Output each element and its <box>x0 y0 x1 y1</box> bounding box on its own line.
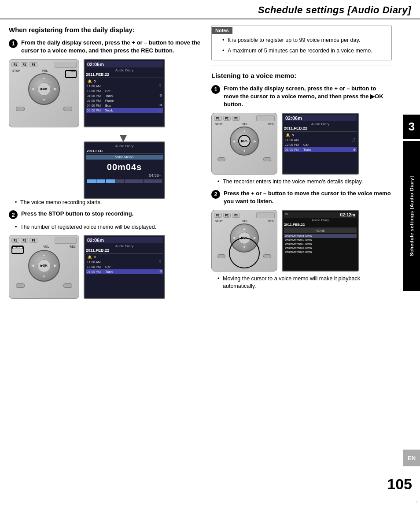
note2: A maximum of 5 minutes can be recorded i… <box>222 47 387 55</box>
ok-btn-1[interactable]: ▶OK <box>37 82 51 96</box>
left-section-heading: When registering from the daily display: <box>9 26 203 34</box>
listen-step2-block: 2 Press the + or – button to move the cu… <box>211 190 392 205</box>
listen-bullet2: Moving the cursor to a voice memo will m… <box>217 275 392 290</box>
screen2-date: 2011.FEB.22 <box>86 248 163 254</box>
recorder-device-4: F1 F2 F3 STOP VOL REC ◀ ▶ ▲ ▼ <box>211 210 277 272</box>
nav-ring-1[interactable]: ◀ ▶ ▲ ▼ ▶OK <box>28 73 60 105</box>
page-number: 105 <box>387 476 412 493</box>
nav-ring-3[interactable]: ◀ ▶ ▲ ▼ ▶OK <box>230 126 259 156</box>
title-bar: Schedule settings [Audio Diary] <box>0 0 420 19</box>
device-row-1: F1 F2 F3 STOP VOL REC ◀ ▶ <box>9 59 203 127</box>
rec-screen-header: Audio Diary <box>86 144 163 149</box>
notes-label: Notes <box>212 27 232 34</box>
rec-bar <box>87 179 162 183</box>
step1-text: From the daily display screen, press the… <box>21 39 203 55</box>
nav-ring-4[interactable]: ◀ ▶ ▲ ▼ ▶OK <box>230 223 259 253</box>
screen1-date: 2011.FEB.22 <box>86 72 163 78</box>
nav-ring-2[interactable]: ◀ ▶ ▲ ▼ ▶OK <box>28 250 60 282</box>
note1: It is possible to register up to 99 voic… <box>222 37 387 45</box>
screen1-time: 02:06m <box>87 62 104 67</box>
listen-device-row-2: F1 F2 F3 STOP VOL REC ◀ ▶ ▲ ▼ <box>211 210 392 272</box>
step1-block: 1 From the daily display screen, press t… <box>9 39 203 55</box>
step2-block: 2 Press the STOP button to stop recordin… <box>9 210 203 219</box>
step2-num: 2 <box>9 210 18 219</box>
left-column: When registering from the daily display:… <box>9 26 203 302</box>
right-column: Notes It is possible to register up to 9… <box>211 26 411 302</box>
listen-device-row-1: F1 F2 F3 STOP VOL REC ◀ ▶ ▲ ▼ <box>211 113 392 175</box>
stop-label-1: STOP <box>12 69 20 72</box>
recording-screen-area: Audio Diary 2011.FEB Voice Memo 00m04s 0… <box>84 141 203 199</box>
screen-1: 02:06m Audio Diary 2011.FEB.22 🔔 5 11:00… <box>84 59 165 127</box>
step1-num: 1 <box>9 39 18 48</box>
screen1-title: Audio Diary <box>86 68 163 72</box>
page-title: Schedule settings [Audio Diary] <box>9 4 411 16</box>
recorder-device-1: F1 F2 F3 STOP VOL REC ◀ ▶ <box>9 59 79 127</box>
screen2-time: 02:06m <box>87 238 104 243</box>
divider <box>211 66 392 66</box>
notes-box: Notes It is possible to register up to 9… <box>211 26 392 60</box>
listen-step2-num: 2 <box>211 190 220 199</box>
side-tab: Schedule settings [Audio Diary] <box>403 141 420 291</box>
rec-screen: Audio Diary 2011.FEB Voice Memo 00m04s 0… <box>84 141 165 199</box>
recorder-device-2: F1 F2 F3 STOP VOL REC ◀ ▶ ▲ ▼ <box>9 235 79 299</box>
screen2-title: Audio Diary <box>86 244 163 248</box>
main-content: When registering from the daily display:… <box>0 19 420 307</box>
rec-timer: 00m04s <box>86 162 163 172</box>
listen-heading: Listening to a voice memo: <box>211 71 392 80</box>
device-row-2: F1 F2 F3 STOP VOL REC ◀ ▶ ▲ ▼ <box>9 235 203 299</box>
listen-bullet1: The recorder enters into the voice memo'… <box>217 178 392 186</box>
vol-label-1: VOL <box>42 69 48 72</box>
ok-btn-3[interactable]: ▶OK <box>238 135 251 147</box>
en-tab: EN <box>403 450 420 466</box>
listen-step1-num: 1 <box>211 85 220 94</box>
screen-3: 02:06m Audio Diary 2011.FEB.22 🔔 5 11:00… <box>282 113 359 175</box>
recorder-device-3: F1 F2 F3 STOP VOL REC ◀ ▶ ▲ ▼ <box>211 113 277 175</box>
rec-screen-date: 2011.FEB <box>86 149 163 154</box>
screen-2: 02:06m Audio Diary 2011.FEB.22 🔔 8 11:00… <box>84 235 165 299</box>
ok-btn-4[interactable]: ▶OK <box>238 232 251 244</box>
screen-4: IN 02:12m Audio Diary 2011.FEB.22 NONE V… <box>282 210 359 272</box>
listen-step2-text: Press the + or – button to move the curs… <box>224 190 392 205</box>
rec-time-sub: 04:56+ <box>86 173 163 178</box>
step2-bullet: The number of registered voice memo will… <box>15 223 203 231</box>
listen-step1-text: From the daily display screen, press the… <box>224 85 392 109</box>
step1-bullet: The voice memo recording starts. <box>15 199 203 207</box>
step2-text: Press the STOP button to stop recording. <box>21 210 133 218</box>
rec-screen-label: Voice Memo <box>86 155 163 160</box>
listen-step1-block: 1 From the daily display screen, press t… <box>211 85 392 109</box>
chapter-tab: 3 <box>403 115 420 139</box>
notes-content: It is possible to register up to 99 voic… <box>212 34 391 60</box>
ok-btn-2[interactable]: ▶OK <box>37 259 51 272</box>
